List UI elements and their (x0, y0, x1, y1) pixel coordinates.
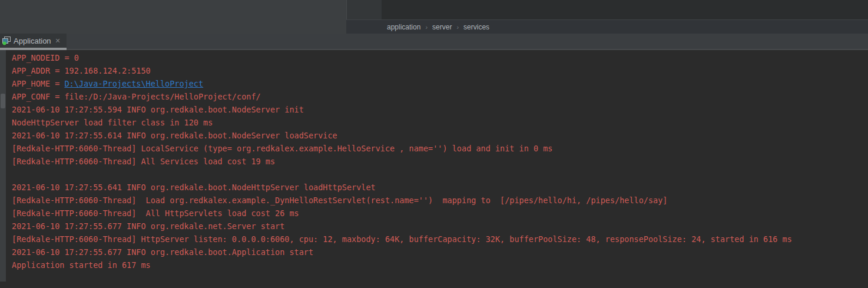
breadcrumb-item-server[interactable]: server (432, 23, 452, 31)
run-toolwindow-tab-bar (0, 34, 868, 50)
console-line: 2021-06-10 17:27:55.614 INFO org.redkale… (12, 129, 868, 142)
console-line: NodeHttpServer load filter class in 120 … (12, 116, 868, 129)
breadcrumb: application › server › services (346, 19, 868, 34)
console-line: APP_NODEID = 0 (12, 51, 868, 64)
log-text: [Redkale-HTTP:6060-Thread] Load org.redk… (12, 196, 668, 205)
log-text: NodeHttpServer load filter class in 120 … (12, 118, 213, 127)
console-line: [Redkale-HTTP:6060-Thread] LocalService … (12, 142, 868, 155)
console-scrollbar-thumb[interactable] (1, 94, 5, 108)
console-line: 2021-06-10 17:27:55.677 INFO org.redkale… (12, 220, 868, 233)
breadcrumb-item-services[interactable]: services (463, 23, 489, 31)
log-text: [Redkale-HTTP:6060-Thread] All Services … (12, 157, 275, 166)
console-icon (2, 36, 11, 45)
log-text: 2021-06-10 17:27:55.641 INFO org.redkale… (12, 183, 376, 192)
log-text: APP_CONF = file:/D:/Java-Projects/HelloP… (12, 92, 261, 101)
console-line: APP_CONF = file:/D:/Java-Projects/HelloP… (12, 90, 868, 103)
console-line: [Redkale-HTTP:6060-Thread] HttpServer li… (12, 233, 868, 246)
close-icon[interactable]: ✕ (55, 38, 61, 44)
console-line: [Redkale-HTTP:6060-Thread] All Services … (12, 155, 868, 168)
console-line: 2021-06-10 17:27:55.641 INFO org.redkale… (12, 181, 868, 194)
console-line: 2021-06-10 17:27:55.594 INFO org.redkale… (12, 103, 868, 116)
console-line: [Redkale-HTTP:6060-Thread] Load org.redk… (12, 194, 868, 207)
console-line: [Redkale-HTTP:6060-Thread] All HttpServl… (12, 207, 868, 220)
log-text: Application started in 617 ms (12, 260, 151, 270)
log-text: 2021-06-10 17:27:55.594 INFO org.redkale… (12, 105, 304, 114)
chevron-right-icon: › (425, 24, 428, 31)
log-text: 2021-06-10 17:27:55.677 INFO org.redkale… (12, 247, 313, 257)
breadcrumb-item-application[interactable]: application (387, 23, 420, 31)
console-output: APP_NODEID = 0APP_ADDR = 192.168.124.2:5… (12, 51, 868, 272)
console-line: APP_ADDR = 192.168.124.2:5150 (12, 64, 868, 77)
console-scrollbar-track[interactable] (0, 50, 6, 282)
console-line (12, 168, 868, 181)
tab-application[interactable]: Application ✕ (0, 34, 67, 48)
editor-pane (382, 0, 868, 19)
log-text: APP_NODEID = 0 (12, 53, 79, 62)
running-indicator-dot (3, 42, 6, 45)
console-line: Application started in 617 ms (12, 259, 868, 272)
console-line: APP_HOME = D:\Java-Projects\HelloProject (12, 77, 868, 90)
file-link[interactable]: D:\Java-Projects\HelloProject (64, 79, 203, 88)
log-text: 2021-06-10 17:27:55.677 INFO org.redkale… (12, 221, 284, 231)
tab-application-label: Application (14, 37, 51, 45)
chevron-right-icon: › (456, 24, 459, 31)
log-text: [Redkale-HTTP:6060-Thread] LocalService … (12, 144, 552, 153)
editor-splitter-column (346, 0, 382, 19)
log-text: 2021-06-10 17:27:55.614 INFO org.redkale… (12, 131, 337, 140)
log-text: [Redkale-HTTP:6060-Thread] HttpServer li… (12, 234, 792, 244)
log-text: APP_ADDR = 192.168.124.2:5150 (12, 66, 151, 75)
editor-empty-pane (0, 0, 346, 34)
log-text: [Redkale-HTTP:6060-Thread] All HttpServl… (12, 208, 299, 218)
console-line: 2021-06-10 17:27:55.677 INFO org.redkale… (12, 246, 868, 259)
log-text: APP_HOME = (12, 79, 64, 88)
